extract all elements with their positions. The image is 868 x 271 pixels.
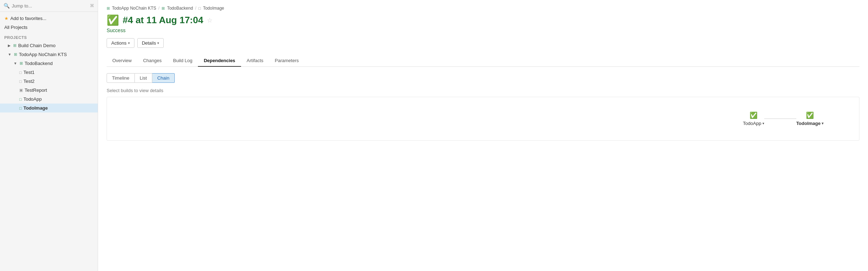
- search-bar[interactable]: 🔍 ⌘: [0, 0, 98, 12]
- action-bar: Actions ▾ Details ▾: [107, 38, 859, 48]
- sidebar-item-todobackend[interactable]: ▼ ⊞ TodoBackend: [0, 59, 98, 68]
- grid-icon: ⊞: [13, 43, 16, 48]
- sub-tab-list[interactable]: List: [135, 73, 152, 83]
- breadcrumb-grid-icon-2: ⊞: [162, 6, 165, 11]
- actions-button[interactable]: Actions ▾: [107, 38, 134, 48]
- all-projects-item[interactable]: All Projects: [0, 23, 98, 32]
- sidebar-nav: ★ Add to favorites... All Projects PROJE…: [0, 12, 98, 115]
- favorite-star-icon[interactable]: ☆: [207, 16, 213, 24]
- chain-check-icon-todoimage: ✅: [806, 111, 814, 119]
- chevron-right-icon: ▶: [8, 44, 11, 47]
- actions-caret-icon: ▾: [128, 41, 130, 45]
- status-badge: Success: [107, 27, 859, 33]
- chain-node-todoimage-caret: ▾: [822, 121, 823, 125]
- chain-check-icon-todoapp: ✅: [750, 111, 757, 119]
- sidebar-item-build-chain-demo[interactable]: ▶ ⊞ Build Chain Demo: [0, 41, 98, 50]
- sidebar-item-label: TodoApp: [24, 96, 42, 102]
- tab-changes[interactable]: Changes: [137, 55, 167, 67]
- star-icon: ★: [4, 16, 9, 21]
- projects-section-label: PROJECTS: [0, 32, 98, 41]
- chain-node-todoapp[interactable]: ✅ TodoApp ▾: [743, 111, 764, 126]
- grid-icon: ⊞: [14, 52, 17, 57]
- sidebar-item-todoimage[interactable]: □ TodoImage: [0, 104, 98, 112]
- select-builds-text: Select builds to view details: [107, 88, 859, 93]
- chain-connector-line: [764, 119, 796, 119]
- search-icon: 🔍: [4, 3, 10, 9]
- sub-tab-chain[interactable]: Chain: [152, 73, 175, 83]
- sidebar-item-todoapp[interactable]: □ TodoApp: [0, 95, 98, 104]
- chain-row: ✅ TodoApp ▾ ✅ TodoImage ▾: [121, 104, 845, 133]
- search-input[interactable]: [12, 3, 88, 9]
- sub-tab-timeline[interactable]: Timeline: [107, 73, 135, 83]
- add-favorites-label: Add to favorites...: [10, 16, 46, 21]
- breadcrumb-grid-icon-1: ⊞: [107, 6, 110, 11]
- sidebar-item-todoapp-nochain-kts[interactable]: ▼ ⊞ TodoApp NoChain KTS: [0, 50, 98, 59]
- chain-node-todoimage-label: TodoImage ▾: [796, 121, 823, 126]
- sub-tabs: Timeline List Chain: [107, 73, 859, 83]
- sidebar-item-test1[interactable]: □ Test1: [0, 68, 98, 77]
- main-content: ⊞ TodoApp NoChain KTS / ⊞ TodoBackend / …: [98, 0, 868, 271]
- tab-dependencies[interactable]: Dependencies: [198, 55, 241, 67]
- tab-build-log[interactable]: Build Log: [167, 55, 198, 67]
- sidebar: 🔍 ⌘ ★ Add to favorites... All Projects P…: [0, 0, 98, 271]
- sidebar-item-label: TodoImage: [24, 105, 48, 111]
- sidebar-item-label: TestReport: [25, 87, 47, 93]
- chain-node-todoimage-name: TodoImage: [796, 121, 821, 126]
- chain-node-todoimage[interactable]: ✅ TodoImage ▾: [796, 111, 823, 126]
- grid-icon: ⊞: [20, 61, 23, 66]
- chain-node-todoapp-label: TodoApp ▾: [743, 121, 764, 126]
- square-partial-icon: ▣: [19, 88, 23, 92]
- square-green-icon: □: [19, 97, 22, 101]
- chain-container: ✅ TodoApp ▾ ✅ TodoImage ▾: [107, 97, 859, 141]
- chevron-down-icon: ▼: [14, 61, 17, 65]
- square-icon: □: [19, 79, 22, 84]
- sidebar-item-label: TodoBackend: [25, 61, 53, 66]
- square-icon: □: [19, 70, 22, 75]
- page-title-row: ✅ #4 at 11 Aug 17:04 ☆: [107, 14, 859, 26]
- search-shortcut-icon: ⌘: [90, 3, 94, 8]
- sidebar-item-label: TodoApp NoChain KTS: [19, 52, 67, 57]
- sidebar-item-testreport[interactable]: ▣ TestReport: [0, 86, 98, 95]
- details-caret-icon: ▾: [157, 41, 159, 45]
- tab-artifacts[interactable]: Artifacts: [241, 55, 269, 67]
- details-button[interactable]: Details ▾: [137, 38, 164, 48]
- sidebar-item-label: Build Chain Demo: [18, 43, 56, 48]
- sidebar-item-label: Test1: [24, 70, 35, 75]
- all-projects-label: All Projects: [4, 25, 27, 30]
- chevron-down-icon: ▼: [8, 52, 11, 56]
- breadcrumb-square-icon: □: [199, 6, 201, 10]
- success-check-icon: ✅: [107, 14, 119, 26]
- add-favorites-item[interactable]: ★ Add to favorites...: [0, 14, 98, 23]
- tab-parameters[interactable]: Parameters: [269, 55, 305, 67]
- details-label: Details: [142, 40, 156, 46]
- main-tabs: Overview Changes Build Log Dependencies …: [107, 55, 859, 67]
- chain-node-todoapp-name: TodoApp: [743, 121, 761, 126]
- page-title: #4 at 11 Aug 17:04: [123, 15, 203, 26]
- breadcrumb-item-2[interactable]: TodoBackend: [167, 6, 193, 11]
- square-green-icon: □: [19, 106, 22, 110]
- chain-node-todoapp-caret: ▾: [762, 121, 764, 125]
- tab-overview[interactable]: Overview: [107, 55, 137, 67]
- breadcrumb-item-1[interactable]: TodoApp NoChain KTS: [112, 6, 156, 11]
- breadcrumb: ⊞ TodoApp NoChain KTS / ⊞ TodoBackend / …: [107, 6, 859, 11]
- breadcrumb-sep-1: /: [158, 6, 159, 11]
- actions-label: Actions: [111, 40, 127, 46]
- sidebar-item-label: Test2: [24, 79, 35, 84]
- sidebar-item-test2[interactable]: □ Test2: [0, 77, 98, 86]
- breadcrumb-sep-2: /: [195, 6, 196, 11]
- breadcrumb-item-3[interactable]: TodoImage: [203, 6, 224, 11]
